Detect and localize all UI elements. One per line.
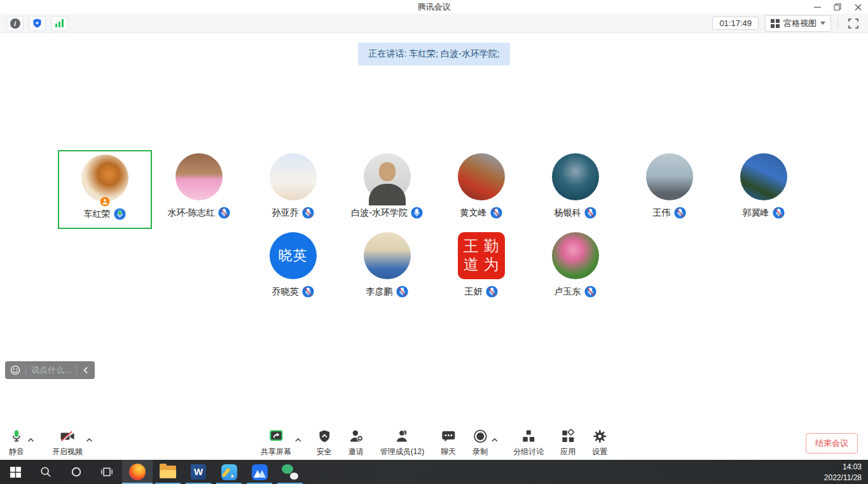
taskbar-cortana-button[interactable] xyxy=(61,460,92,484)
participant-tile[interactable]: 孙亚乔 xyxy=(246,150,340,229)
chat-quick-input[interactable]: 说点什么... xyxy=(5,361,95,379)
start-icon xyxy=(10,467,21,478)
avatar-image xyxy=(364,232,411,279)
video-button[interactable]: 开启视频 xyxy=(52,428,83,457)
mic-active-icon[interactable] xyxy=(114,208,126,220)
meeting-info-button[interactable]: i xyxy=(6,16,24,31)
taskbar-docs-app[interactable] xyxy=(214,460,244,484)
windows-taskbar: W 14:03 2022/11/28 xyxy=(0,460,868,484)
record-label: 录制 xyxy=(472,446,488,457)
mic-muted-icon[interactable] xyxy=(584,207,596,219)
participant-tile[interactable]: 卢玉东 xyxy=(528,229,623,308)
participant-tile[interactable]: 黄文峰 xyxy=(434,150,528,229)
mic-muted-icon[interactable] xyxy=(218,207,230,219)
invite-button[interactable]: 邀请 xyxy=(348,428,364,457)
participant-name-row: 李彦鹏 xyxy=(366,286,408,298)
avatar xyxy=(646,153,693,200)
participant-tile[interactable]: 杨银科 xyxy=(528,150,623,229)
taskbar-word-app[interactable]: W xyxy=(183,460,214,484)
network-quality-button[interactable] xyxy=(51,16,68,31)
mute-label: 静音 xyxy=(9,446,24,457)
breakout-icon xyxy=(521,428,536,445)
mic-muted-icon[interactable] xyxy=(486,286,498,298)
layout-view-switcher[interactable]: 宫格视图 xyxy=(765,15,831,32)
clock-time: 14:03 xyxy=(824,462,862,473)
end-meeting-button[interactable]: 结束会议 xyxy=(806,433,858,453)
participant-tile[interactable]: 郭冀峰 xyxy=(717,150,811,229)
participant-name-row: 孙亚乔 xyxy=(272,207,314,219)
taskbar-explorer-app[interactable] xyxy=(153,460,183,484)
fullscreen-button[interactable] xyxy=(844,16,862,31)
participant-name: 白波-水环学院 xyxy=(351,207,408,219)
restore-button[interactable] xyxy=(827,0,848,14)
avatar xyxy=(364,153,411,200)
record-button[interactable]: 录制 xyxy=(472,428,488,457)
avatar-image xyxy=(176,153,223,200)
chat-input-placeholder[interactable]: 说点什么... xyxy=(31,364,71,376)
security-status-button[interactable] xyxy=(29,16,46,31)
security-button[interactable]: 安全 xyxy=(317,428,332,457)
shield-plus-icon xyxy=(32,18,43,29)
participant-tile[interactable]: 水环-陈志红 xyxy=(152,150,246,229)
participant-tile[interactable]: 王勤道为王妍 xyxy=(434,229,528,308)
mic-muted-icon[interactable] xyxy=(584,286,596,298)
participant-name-row: 王伟 xyxy=(653,207,686,219)
invite-icon xyxy=(348,428,364,445)
mic-muted-icon[interactable] xyxy=(674,207,686,219)
emoji-icon[interactable] xyxy=(10,365,20,375)
mic-muted-icon[interactable] xyxy=(302,286,314,298)
mic-muted-icon[interactable] xyxy=(302,207,314,219)
members-button[interactable]: 管理成员(12) xyxy=(380,428,424,457)
chat-button[interactable]: 聊天 xyxy=(441,428,456,457)
breakout-button[interactable]: 分组讨论 xyxy=(513,428,544,457)
participant-name-row: 水环-陈志红 xyxy=(167,207,230,219)
participant-tile[interactable]: 车红荣 xyxy=(58,150,152,229)
taskbar-meeting-app[interactable] xyxy=(244,460,275,484)
taskbar-firefox-app[interactable] xyxy=(122,460,153,484)
close-button[interactable] xyxy=(848,0,868,14)
participant-row: 晓英乔晓英 李彦鹏 王勤道为王妍 卢玉东 xyxy=(246,229,623,308)
breakout-label: 分组讨论 xyxy=(513,446,544,457)
settings-button[interactable]: 设置 xyxy=(592,428,607,457)
mic-muted-icon[interactable] xyxy=(773,207,785,219)
participant-tile[interactable]: 晓英乔晓英 xyxy=(246,229,340,308)
participant-tile[interactable]: 李彦鹏 xyxy=(340,229,434,308)
security-icon xyxy=(317,428,331,445)
chat-icon xyxy=(441,428,456,445)
mute-button[interactable]: 静音 xyxy=(9,428,24,457)
avatar-image xyxy=(364,153,411,200)
mic-muted-icon[interactable] xyxy=(490,207,502,219)
avatar xyxy=(458,153,505,200)
mic-active-icon[interactable] xyxy=(411,207,423,219)
controls-center: 共享屏幕 安全 邀请 管理成员(12) 聊天 录制 分组讨论 应用 设置 xyxy=(261,428,607,457)
mute-chevron-up-icon[interactable] xyxy=(27,434,34,445)
taskbar-items: W xyxy=(0,460,305,484)
taskbar-search-button[interactable] xyxy=(31,460,61,484)
taskbar-start-button[interactable] xyxy=(0,460,31,484)
explorer-icon xyxy=(160,466,176,478)
taskbar-clock[interactable]: 14:03 2022/11/28 xyxy=(824,460,868,484)
minimize-button[interactable] xyxy=(807,0,827,14)
share-chevron-up-icon[interactable] xyxy=(294,434,301,445)
taskbar-taskview-button[interactable] xyxy=(92,460,122,484)
collapse-chat-icon[interactable] xyxy=(82,366,90,375)
record-chevron-up-icon[interactable] xyxy=(491,434,498,445)
participant-name: 王伟 xyxy=(653,207,671,219)
mic-muted-icon[interactable] xyxy=(396,286,408,298)
taskbar-wechat-app[interactable] xyxy=(275,460,305,484)
avatar-image xyxy=(458,153,505,200)
video-chevron-up-icon[interactable] xyxy=(86,434,93,445)
participant-tile[interactable]: 王伟 xyxy=(623,150,717,229)
apps-button[interactable]: 应用 xyxy=(560,428,575,457)
participant-name-row: 杨银科 xyxy=(555,207,596,219)
portrait-head xyxy=(379,162,396,181)
avatar-image xyxy=(740,153,787,200)
taskview-icon xyxy=(101,466,113,478)
participant-name: 杨银科 xyxy=(555,207,581,219)
avatar-seal-text: 王勤道为 xyxy=(461,237,502,274)
portrait-body xyxy=(369,184,406,200)
toolbar-left: i xyxy=(6,16,68,31)
avatar xyxy=(740,153,787,200)
share-button[interactable]: 共享屏幕 xyxy=(261,428,291,457)
participant-tile[interactable]: 白波-水环学院 xyxy=(340,150,434,229)
